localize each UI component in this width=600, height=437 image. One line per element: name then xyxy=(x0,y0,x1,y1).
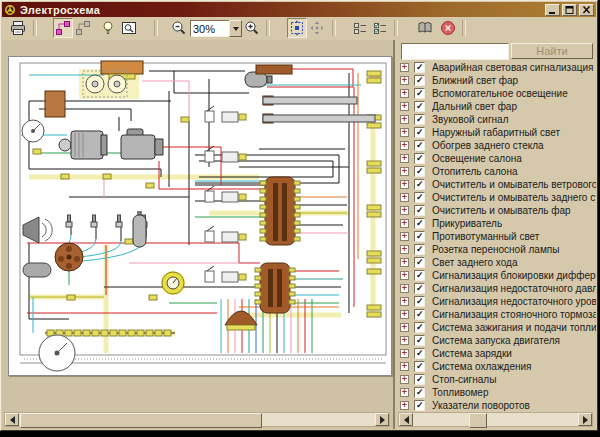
scroll-right-button[interactable] xyxy=(578,413,592,426)
expand-plus-icon[interactable] xyxy=(400,284,409,293)
minimize-button[interactable] xyxy=(545,4,560,16)
scroll-right-button[interactable] xyxy=(375,413,389,426)
system-checkbox[interactable] xyxy=(414,153,425,164)
zoom-level-input[interactable] xyxy=(190,20,234,37)
schematic-page[interactable] xyxy=(8,56,392,376)
diagram-hscroll-thumb[interactable] xyxy=(20,413,262,428)
system-row[interactable]: Стоп-сигналы xyxy=(395,373,596,386)
expand-plus-icon[interactable] xyxy=(400,349,409,358)
expand-plus-icon[interactable] xyxy=(400,76,409,85)
system-checkbox[interactable] xyxy=(414,322,425,333)
system-checkbox[interactable] xyxy=(414,231,425,242)
expand-plus-icon[interactable] xyxy=(400,362,409,371)
system-row[interactable]: Сигнализация недостаточного давления мас… xyxy=(395,282,596,295)
system-checkbox[interactable] xyxy=(414,283,425,294)
expand-plus-icon[interactable] xyxy=(400,167,409,176)
title-bar[interactable]: Электросхема xyxy=(2,2,596,17)
highlight-wires-button[interactable] xyxy=(53,18,73,38)
expand-plus-icon[interactable] xyxy=(400,206,409,215)
system-row[interactable]: Очиститель и омыватель ветрового стекла xyxy=(395,178,596,191)
system-checkbox[interactable] xyxy=(414,192,425,203)
list-hscroll-thumb[interactable] xyxy=(469,413,487,428)
system-row[interactable]: Дальний свет фар xyxy=(395,100,596,113)
handbook-button[interactable] xyxy=(415,18,435,38)
system-row[interactable]: Отопитель салона xyxy=(395,165,596,178)
system-checkbox[interactable] xyxy=(414,361,425,372)
scroll-left-button[interactable] xyxy=(5,413,19,426)
system-row[interactable]: Прикуриватель xyxy=(395,217,596,230)
expand-plus-icon[interactable] xyxy=(400,310,409,319)
search-input[interactable] xyxy=(401,43,509,60)
system-checkbox[interactable] xyxy=(414,218,425,229)
expand-plus-icon[interactable] xyxy=(400,219,409,228)
system-row[interactable]: Система зарядки xyxy=(395,347,596,360)
system-row[interactable]: Сигнализация недостаточного уровня тормо… xyxy=(395,295,596,308)
system-checkbox[interactable] xyxy=(414,244,425,255)
system-checkbox[interactable] xyxy=(414,348,425,359)
show-wires-button[interactable] xyxy=(73,18,93,38)
expand-plus-icon[interactable] xyxy=(400,297,409,306)
system-checkbox[interactable] xyxy=(414,400,425,411)
system-row[interactable]: Противотуманный свет xyxy=(395,230,596,243)
system-row[interactable]: Аварийная световая сигнализация xyxy=(395,61,596,74)
diagram-hscrollbar[interactable] xyxy=(4,412,390,427)
element-list-button[interactable] xyxy=(350,18,370,38)
system-checkbox[interactable] xyxy=(414,75,425,86)
system-checkbox[interactable] xyxy=(414,257,425,268)
scroll-left-button[interactable] xyxy=(399,413,413,426)
expand-plus-icon[interactable] xyxy=(400,193,409,202)
fit-selection-button[interactable] xyxy=(287,18,307,38)
expand-plus-icon[interactable] xyxy=(400,63,409,72)
system-checkbox[interactable] xyxy=(414,166,425,177)
expand-plus-icon[interactable] xyxy=(400,388,409,397)
system-row[interactable]: Звуковой сигнал xyxy=(395,113,596,126)
expand-plus-icon[interactable] xyxy=(400,375,409,384)
expand-plus-icon[interactable] xyxy=(400,258,409,267)
find-button[interactable]: Найти xyxy=(511,43,593,59)
expand-plus-icon[interactable] xyxy=(400,232,409,241)
system-row[interactable]: Топливомер xyxy=(395,386,596,399)
system-row[interactable]: Указатели поворотов xyxy=(395,399,596,411)
system-row[interactable]: Розетка переносной лампы xyxy=(395,243,596,256)
system-checkbox[interactable] xyxy=(414,88,425,99)
system-checkbox[interactable] xyxy=(414,374,425,385)
maximize-button[interactable] xyxy=(562,4,577,16)
expand-plus-icon[interactable] xyxy=(400,323,409,332)
expand-plus-icon[interactable] xyxy=(400,128,409,137)
system-checkbox[interactable] xyxy=(414,127,425,138)
system-row[interactable]: Свет заднего хода xyxy=(395,256,596,269)
system-row[interactable]: Вспомогательное освещение xyxy=(395,87,596,100)
expand-plus-icon[interactable] xyxy=(400,180,409,189)
expand-plus-icon[interactable] xyxy=(400,102,409,111)
system-checkbox[interactable] xyxy=(414,387,425,398)
expand-plus-icon[interactable] xyxy=(400,271,409,280)
close-schematic-button[interactable] xyxy=(438,18,458,38)
close-button[interactable] xyxy=(579,4,594,16)
system-checkbox[interactable] xyxy=(414,296,425,307)
zoom-in-button[interactable] xyxy=(242,18,262,38)
expand-plus-icon[interactable] xyxy=(400,115,409,124)
system-row[interactable]: Сигнализация блокировки дифференциала xyxy=(395,269,596,282)
zoom-out-button[interactable] xyxy=(169,18,189,38)
list-hscrollbar[interactable] xyxy=(398,412,593,427)
print-button[interactable] xyxy=(8,18,28,38)
system-checkbox[interactable] xyxy=(414,101,425,112)
zoom-dropdown-button[interactable] xyxy=(229,20,242,37)
system-row[interactable]: Обогрев заднего стекла xyxy=(395,139,596,152)
system-checkbox[interactable] xyxy=(414,205,425,216)
expand-plus-icon[interactable] xyxy=(400,245,409,254)
system-checkbox[interactable] xyxy=(414,309,425,320)
expand-plus-icon[interactable] xyxy=(400,154,409,163)
system-checkbox[interactable] xyxy=(414,179,425,190)
expand-plus-icon[interactable] xyxy=(400,141,409,150)
expand-plus-icon[interactable] xyxy=(400,401,409,410)
system-checkbox[interactable] xyxy=(414,114,425,125)
system-row[interactable]: Наружный габаритный свет xyxy=(395,126,596,139)
pan-button[interactable] xyxy=(307,18,327,38)
system-checkbox[interactable] xyxy=(414,140,425,151)
system-row[interactable]: Очиститель и омыватель фар xyxy=(395,204,596,217)
system-row[interactable]: Система охлаждения xyxy=(395,360,596,373)
system-row[interactable]: Сигнализация стояночного тормоза xyxy=(395,308,596,321)
system-row[interactable]: Очиститель и омыватель заднего стекла xyxy=(395,191,596,204)
system-row[interactable]: Система зажигания и подачи топлива xyxy=(395,321,596,334)
